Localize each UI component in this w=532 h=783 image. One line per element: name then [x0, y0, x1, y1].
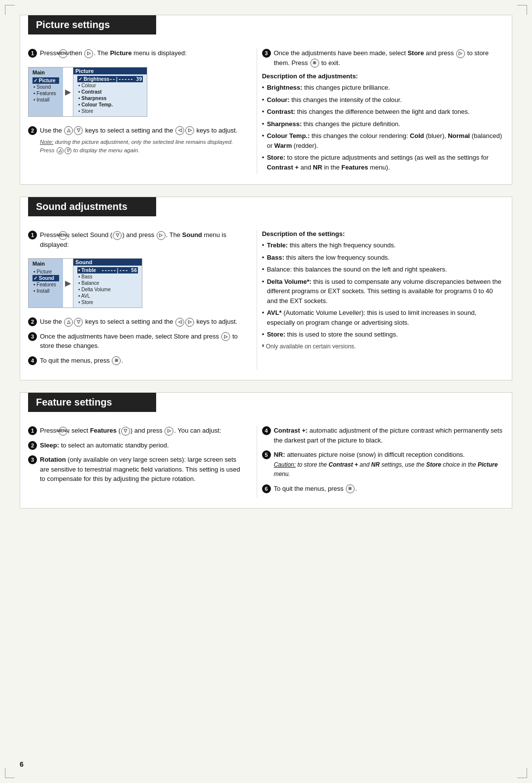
- step-num-3: 3: [262, 49, 271, 58]
- sound-desc-title: Description of the settings:: [262, 230, 504, 238]
- sound-step-2: 2 Use the △▽ keys to select a setting an…: [28, 317, 247, 327]
- desc-colour-temp: Colour Temp.: this changes the colour re…: [262, 131, 504, 150]
- feature-step-6: 6 To quit the menus, press ⊞.: [262, 484, 504, 494]
- desc-note-versions: * Only available on certain versions.: [262, 342, 504, 351]
- feature-caution: Caution: to store the Contrast + and NR …: [274, 461, 498, 478]
- corner-tr: [517, 5, 527, 15]
- feature-step-num-4: 4: [262, 426, 271, 435]
- sound-adjustments-title: Sound adjustments: [28, 197, 156, 216]
- desc-sharpness: Sharpness: this changes the picture defi…: [262, 119, 504, 129]
- picture-step2-content: Use the △▽ keys to select a setting and …: [40, 126, 247, 155]
- menu-main-panel: Main ✓ Picture • Sound • Features • Inst…: [29, 68, 63, 116]
- desc-balance: Balance: this balances the sound on the …: [262, 265, 504, 274]
- menu-item-features: • Features: [33, 90, 59, 97]
- picture-settings-right: 3 Once the adjustments have been made, s…: [257, 48, 504, 174]
- picture-note: Note: during the picture adjustment, onl…: [40, 138, 247, 155]
- picture-step3-content: Once the adjustments have been made, sel…: [274, 48, 504, 68]
- corner-tl: [5, 5, 15, 15]
- desc-store: Store: to store the picture adjustments …: [262, 153, 504, 172]
- sound-right: Description of the settings: Treble: thi…: [257, 230, 504, 370]
- sound-step3-content: Once the adjustments have been made, sel…: [40, 332, 247, 351]
- down-key: ▽: [74, 126, 83, 135]
- sound-sub-store: • Store: [77, 299, 138, 306]
- sound-main-title: Main: [33, 261, 59, 267]
- sound-step-1: 1 Press MENU, select Sound (▽) and press…: [28, 230, 247, 249]
- feature-settings-section: Feature settings 1 Press MENU, select Fe…: [20, 392, 512, 509]
- feature-step-4: 4 Contrast +: automatic adjustment of th…: [262, 426, 504, 445]
- picture-step-2: 2 Use the △▽ keys to select a setting an…: [28, 126, 247, 155]
- s-store-right: ▷: [221, 332, 230, 341]
- feature-step-5: 5 NR: attenuates picture noise (snow) in…: [262, 450, 504, 479]
- desc-treble: Treble: this alters the high frequency s…: [262, 240, 504, 250]
- feature-step-num-2: 2: [28, 441, 37, 450]
- feature-step-num-6: 6: [262, 484, 271, 493]
- feature-step-2: 2 Sleep: to select an automatic standby …: [28, 441, 247, 450]
- sound-step-4: 4 To quit the menus, press ⊞.: [28, 356, 247, 366]
- desc-sound-store: Store: this is used to store the sound s…: [262, 330, 504, 340]
- sound-menu-diagram: Main • Picture ✓ Sound • Features • Inst…: [28, 258, 142, 308]
- sound-sub-bass: • Bass: [77, 273, 138, 280]
- menu-item-sound: • Sound: [33, 84, 59, 90]
- sub-item-colour-temp: • Colour Temp.: [77, 102, 143, 108]
- feature-step2-content: Sleep: to select an automatic standby pe…: [40, 441, 247, 450]
- menu-main-title: Main: [33, 69, 59, 75]
- corner-br: [517, 768, 527, 778]
- step-num-2: 2: [28, 126, 37, 135]
- sound-step4-content: To quit the menus, press ⊞.: [40, 356, 247, 366]
- sound-sub-avl: • AVL: [77, 293, 138, 299]
- right-key: ▷: [84, 49, 93, 58]
- desc-bass: Bass: this alters the low frequency soun…: [262, 253, 504, 263]
- s-right-key: ▷: [185, 318, 194, 327]
- feature-step-1: 1 Press MENU, select Features (▽) and pr…: [28, 426, 247, 436]
- sound-step2-content: Use the △▽ keys to select a setting and …: [40, 317, 247, 327]
- picture-menu-diagram: Main ✓ Picture • Sound • Features • Inst…: [28, 67, 147, 117]
- corner-bl: [5, 768, 15, 778]
- page-number: 6: [20, 760, 24, 768]
- s-quit-key: ⊞: [112, 356, 121, 365]
- desc-delta: Delta Volume*: this is used to compensat…: [262, 277, 504, 306]
- sound-step-num-3: 3: [28, 332, 37, 341]
- sound-step-num-4: 4: [28, 356, 37, 365]
- picture-settings-title: Picture settings: [28, 15, 156, 34]
- sound-menu-main: Main • Picture ✓ Sound • Features • Inst…: [29, 259, 63, 307]
- sound-adjustments-section: Sound adjustments 1 Press MENU, select S…: [20, 197, 512, 380]
- sound-main-features: • Features: [33, 281, 59, 288]
- feature-step-num-1: 1: [28, 426, 37, 435]
- feat-down-key: ▽: [121, 427, 130, 436]
- menu-key: MENU: [59, 49, 67, 58]
- step-num-1: 1: [28, 49, 37, 58]
- sound-main-sound: ✓ Sound: [33, 275, 59, 281]
- sound-sub-delta: • Delta Volume: [77, 286, 138, 293]
- feature-step3-content: Rotation (only available on very large s…: [40, 455, 247, 484]
- feature-step1-content: Press MENU, select Features (▽) and pres…: [40, 426, 247, 436]
- sub-item-store: • Store: [77, 108, 143, 114]
- desc-brightness: Brightness: this changes picture brillia…: [262, 83, 504, 93]
- s-left-key: ◁: [175, 318, 184, 327]
- s-down-key: ▽: [74, 318, 83, 327]
- menu-sub-panel: Picture ✓ Brightness --|----- 39 • Colou…: [73, 68, 147, 116]
- menu-sub-title: Picture: [73, 68, 147, 74]
- note-down-key: ▽: [65, 147, 71, 154]
- sound-down-key: ▽: [113, 231, 122, 240]
- s-up-key: △: [64, 318, 73, 327]
- sub-item-brightness: ✓ Brightness --|----- 39: [77, 76, 143, 82]
- desc-avl: AVL* (Automatic Volume Leveller): this i…: [262, 308, 504, 327]
- sound-main-picture: • Picture: [33, 269, 59, 275]
- picture-desc-title: Description of the adjustments:: [262, 72, 504, 80]
- menu-item-picture: ✓ Picture: [33, 77, 59, 84]
- store-right-key: ▷: [456, 49, 465, 58]
- picture-bold: Picture: [110, 49, 132, 57]
- sub-item-contrast: • Contrast: [77, 89, 143, 95]
- feature-step6-content: To quit the menus, press ⊞.: [274, 484, 504, 494]
- sound-step1-content: Press MENU, select Sound (▽) and press ▷…: [40, 230, 247, 249]
- sound-sub-treble: • Treble -----|--- 56: [77, 267, 138, 273]
- sound-main-install: • Install: [33, 288, 59, 294]
- feat-right-key: ▷: [165, 427, 173, 436]
- feature-step-num-5: 5: [262, 450, 271, 459]
- feature-settings-title: Feature settings: [28, 393, 156, 412]
- feature-right: 4 Contrast +: automatic adjustment of th…: [257, 426, 504, 498]
- sound-desc-list: Treble: this alters the high frequency s…: [262, 240, 504, 351]
- sound-step-3: 3 Once the adjustments have been made, s…: [28, 332, 247, 351]
- sound-menu-key: MENU: [59, 231, 67, 240]
- menu-item-install: • Install: [33, 97, 59, 103]
